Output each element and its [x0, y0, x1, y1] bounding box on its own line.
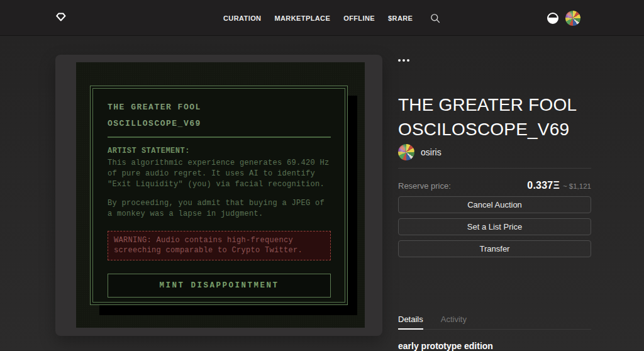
transfer-button[interactable]: Transfer — [398, 240, 591, 257]
active-tab-underline — [398, 328, 423, 330]
nft-title-line1: THE GREATER FOOL — [398, 92, 577, 117]
more-options-icon[interactable] — [398, 58, 409, 63]
set-list-price-button[interactable]: Set a List Price — [398, 218, 591, 235]
gem-logo-icon[interactable] — [56, 13, 66, 24]
artwork-card: THE GREATER FOOL OSCILLOSCOPE_V69 ARTIST… — [55, 55, 382, 336]
artist-statement-label: ARTIST STATEMENT: — [108, 146, 331, 156]
top-navigation: CURATION MARKETPLACE OFFLINE $RARE — [0, 0, 644, 36]
artist-name: osiris — [421, 147, 441, 157]
nft-title-line2: OSCILOSCOPE_V69 — [398, 117, 577, 142]
user-avatar[interactable] — [565, 11, 580, 26]
detail-tabs: Details Activity — [398, 315, 467, 324]
detail-text: early prototype edition — [398, 341, 493, 351]
cancel-auction-button[interactable]: Cancel Auction — [398, 196, 591, 213]
tabs-divider — [398, 329, 591, 330]
artist-statement-paragraph-1: This algorithmic experience generates 69… — [108, 158, 331, 189]
artwork-terminal-inner: THE GREATER FOOL OSCILLOSCOPE_V69 ARTIST… — [92, 88, 345, 303]
theme-toggle-icon[interactable] — [547, 13, 558, 24]
nav-link-curation[interactable]: CURATION — [223, 14, 261, 22]
artist-statement-paragraph-2: By proceeding, you admit that buying a J… — [108, 198, 331, 220]
artwork-terminal-frame: THE GREATER FOOL OSCILLOSCOPE_V69 ARTIST… — [90, 86, 348, 305]
artwork-divider-line — [108, 136, 331, 138]
artist-link[interactable]: osiris — [398, 144, 441, 160]
artist-avatar[interactable] — [398, 144, 414, 160]
details-panel: THE GREATER FOOL OSCILOSCOPE_V69 osiris … — [398, 36, 591, 350]
reserve-price-usd: ~ $1,121 — [563, 182, 591, 190]
nav-link-marketplace[interactable]: MARKETPLACE — [274, 14, 330, 22]
panel-divider — [398, 168, 591, 169]
mint-disappointment-button: MINT DISAPPOINTMENT — [108, 274, 331, 298]
nav-link-rare[interactable]: $RARE — [388, 14, 413, 22]
reserve-price-label: Reserve price: — [398, 181, 451, 191]
reserve-price-row: Reserve price: 0.337Ξ ~ $1,121 — [398, 180, 591, 191]
artwork-image[interactable]: THE GREATER FOOL OSCILLOSCOPE_V69 ARTIST… — [76, 62, 365, 328]
reserve-price-eth: 0.337Ξ — [527, 180, 560, 191]
main-content: THE GREATER FOOL OSCILLOSCOPE_V69 ARTIST… — [0, 36, 644, 350]
nav-links: CURATION MARKETPLACE OFFLINE $RARE — [223, 0, 440, 36]
nav-right-controls — [547, 0, 580, 36]
artwork-title-line1: THE GREATER FOOL — [108, 99, 331, 116]
search-icon[interactable] — [430, 13, 440, 23]
tab-activity[interactable]: Activity — [441, 315, 467, 324]
nft-title: THE GREATER FOOL OSCILOSCOPE_V69 — [398, 92, 577, 142]
artwork-title-line2: OSCILLOSCOPE_V69 — [108, 116, 331, 132]
nav-link-offline[interactable]: OFFLINE — [343, 14, 375, 22]
tab-details[interactable]: Details — [398, 315, 423, 324]
page: CURATION MARKETPLACE OFFLINE $RARE THE G… — [0, 0, 644, 351]
artwork-warning-box: WARNING: Audio contains high-frequency s… — [108, 231, 331, 260]
